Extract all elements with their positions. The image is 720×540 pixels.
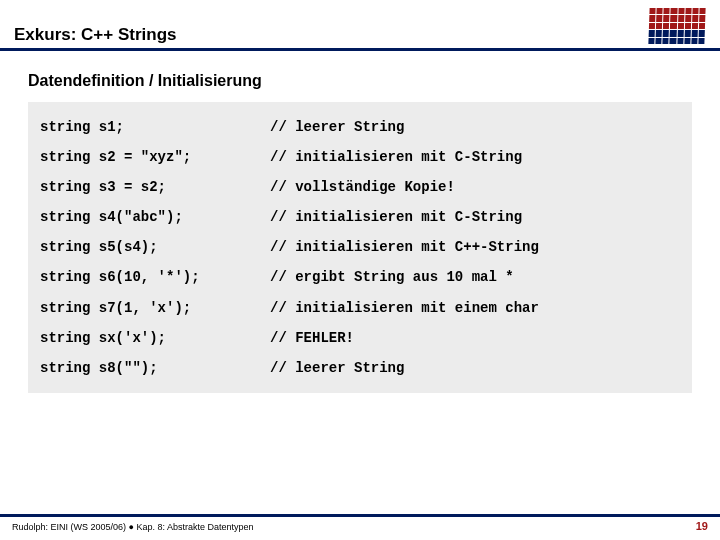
footer-text: Rudolph: EINI (WS 2005/06) ● Kap. 8: Abs… — [12, 522, 254, 532]
code-row: string s8("");// leerer String — [40, 353, 680, 383]
code-comment: // initialisieren mit einem char — [270, 293, 680, 323]
logo-icon — [648, 8, 705, 44]
code-block: string s1;// leerer String string s2 = "… — [28, 102, 692, 393]
code-text: string s7(1, 'x'); — [40, 293, 270, 323]
code-comment: // ergibt String aus 10 mal * — [270, 262, 680, 292]
code-text: string s3 = s2; — [40, 172, 270, 202]
code-text: string s6(10, '*'); — [40, 262, 270, 292]
code-text: string s1; — [40, 112, 270, 142]
code-row: string s5(s4);// initialisieren mit C++-… — [40, 232, 680, 262]
content-area: Datendefinition / Initialisierung string… — [0, 56, 720, 393]
code-text: string s2 = "xyz"; — [40, 142, 270, 172]
code-row: string sx('x');// FEHLER! — [40, 323, 680, 353]
code-row: string s7(1, 'x');// initialisieren mit … — [40, 293, 680, 323]
code-text: string s8(""); — [40, 353, 270, 383]
code-row: string s1;// leerer String — [40, 112, 680, 142]
code-text: string s4("abc"); — [40, 202, 270, 232]
title-underline — [0, 48, 720, 51]
footer: Rudolph: EINI (WS 2005/06) ● Kap. 8: Abs… — [0, 514, 720, 532]
code-text: string sx('x'); — [40, 323, 270, 353]
page-number: 19 — [696, 520, 708, 532]
code-row: string s3 = s2;// vollständige Kopie! — [40, 172, 680, 202]
code-comment: // initialisieren mit C-String — [270, 202, 680, 232]
page-title: Exkurs: C++ Strings — [14, 25, 177, 45]
header-area: Exkurs: C++ Strings — [0, 0, 720, 56]
code-text: string s5(s4); — [40, 232, 270, 262]
code-comment: // FEHLER! — [270, 323, 680, 353]
code-row: string s2 = "xyz";// initialisieren mit … — [40, 142, 680, 172]
code-row: string s6(10, '*');// ergibt String aus … — [40, 262, 680, 292]
subtitle: Datendefinition / Initialisierung — [28, 72, 692, 90]
code-comment: // initialisieren mit C-String — [270, 142, 680, 172]
code-comment: // leerer String — [270, 353, 680, 383]
code-comment: // vollständige Kopie! — [270, 172, 680, 202]
code-row: string s4("abc");// initialisieren mit C… — [40, 202, 680, 232]
code-comment: // leerer String — [270, 112, 680, 142]
code-comment: // initialisieren mit C++-String — [270, 232, 680, 262]
